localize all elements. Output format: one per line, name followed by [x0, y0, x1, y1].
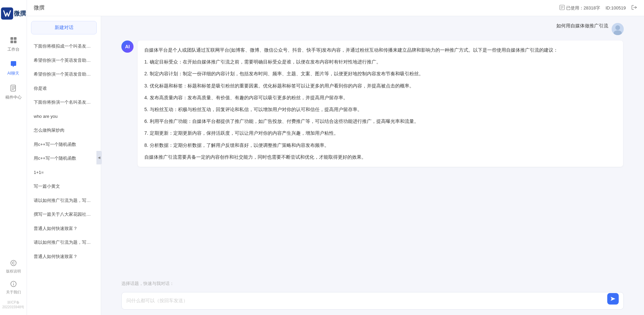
ai-paragraph-3: 3. 优化标题和标签：标题和标签是吸引粉丝的重要因素。优化标题和标签可以让更多的… [144, 82, 616, 90]
user-id: ID:100519 [606, 5, 626, 10]
history-item[interactable]: 请以如何推广引流为题，写一篇大纲 [29, 194, 99, 207]
svg-rect-2 [14, 37, 17, 40]
quick-topics-label: 选择话题，快速与我对话： [121, 281, 174, 286]
new-chat-button[interactable]: 新建对话 [31, 21, 97, 34]
ai-paragraph-0: 自媒体平台是个人或团队通过互联网平台(如博客、微博、微信公众号、抖音、快手等)发… [144, 46, 616, 54]
word-count-icon [559, 5, 565, 11]
logo-icon [1, 7, 13, 20]
nav-workbench[interactable]: 工作台 [2, 33, 25, 56]
about-icon [10, 281, 17, 289]
history-item[interactable]: 希望你扮演一个英语发音助手，我提供给你... [29, 68, 99, 81]
header: 微撰 已使用：28318字 ID:100519 [27, 0, 644, 16]
history-item[interactable]: 普通人如何快速致富？ [29, 222, 99, 235]
user-message: 如何用自媒体做推广引流 [121, 23, 624, 35]
ai-paragraph-5: 5. 与粉丝互动：积极与粉丝互动，回复评论和私信，可以增加用户对你的认可和信任，… [144, 105, 616, 114]
ai-paragraph-4: 4. 发布高质量内容：发布高质量、有价值、有趣的内容可以吸引更多的粉丝，并提高用… [144, 94, 616, 102]
word-count: 已使用：28318字 [559, 5, 600, 11]
sidebar-collapse-toggle[interactable]: ◀ [96, 151, 102, 164]
content-area: 新建对话 下面你将模拟成一个叫圣友的程序员，我说... 希望你扮演一个英语发音助… [27, 16, 644, 315]
history-item[interactable]: 1+1= [29, 166, 99, 179]
ai-message: AI 自媒体平台是个人或团队通过互联网平台(如博客、微博、微信公众号、抖音、快手… [121, 41, 624, 167]
left-navigation: 微撰 工作台 AI聊天 稿件中心 版权说明 关于我们 [0, 0, 27, 315]
ai-paragraph-9: 自媒体推广引流需要具备一定的内容创作和社交能力，同时也需要不断尝试和优化，才能取… [144, 153, 616, 161]
ai-paragraph-7: 7. 定期更新：定期更新内容，保持活跃度，可以让用户对你的内容产生兴趣，增加用户… [144, 129, 616, 137]
app-logo: 微撰 [1, 4, 26, 23]
history-item[interactable]: who are you [29, 110, 99, 123]
history-item[interactable]: 用c++写一个随机函数 [29, 138, 99, 151]
input-area: 问什么都可以（按回车发送） [101, 289, 644, 315]
history-item[interactable]: 希望你扮演一个英语发音助手，我提供给你... [29, 54, 99, 67]
ai-chat-label: AI聊天 [7, 71, 19, 76]
user-message-content: 如何用自媒体做推广引流 [556, 23, 608, 29]
ai-message-content: 自媒体平台是个人或团队通过互联网平台(如博客、微博、微信公众号、抖音、快手等)发… [138, 41, 623, 167]
workbench-label: 工作台 [7, 47, 20, 52]
svg-point-11 [13, 283, 14, 283]
nav-ai-chat[interactable]: AI聊天 [2, 57, 25, 80]
history-item[interactable]: 请以如何推广引流为题，写一篇大纲 [29, 236, 99, 249]
user-avatar [612, 23, 624, 35]
ai-avatar: AI [121, 41, 134, 53]
input-placeholder: 问什么都可以（按回车发送） [126, 298, 188, 304]
ai-paragraph-2: 2. 制定内容计划：制定一份详细的内容计划，包括发布时间、频率、主题、文案、图片… [144, 70, 616, 78]
icp-text: 浙ICP备2022015948号 [0, 299, 27, 311]
logout-icon[interactable] [631, 4, 637, 12]
history-item[interactable]: 下面你将模拟成一个叫圣友的程序员，我说... [29, 40, 99, 53]
drafts-icon [10, 84, 17, 94]
svg-rect-4 [14, 41, 17, 43]
send-button[interactable] [607, 293, 619, 305]
ai-paragraph-6: 6. 利用平台推广功能：自媒体平台都提供了推广功能，如广告投放、付费推广等，可以… [144, 117, 616, 126]
ai-chat-icon [10, 60, 17, 70]
quick-topics: 选择话题，快速与我对话： [101, 277, 644, 289]
logo-text: 微撰 [14, 9, 26, 18]
nav-about[interactable]: 关于我们 [3, 278, 24, 297]
svg-point-18 [615, 25, 620, 30]
main-area: 微撰 已使用：28318字 ID:100519 新建对话 下面你将模拟成一个叫圣… [27, 0, 644, 315]
ai-paragraph-1: 1. 确定目标受众：在开始自媒体推广引流之前，需要明确目标受众是谁，以便在发布内… [144, 58, 616, 66]
history-item[interactable]: 撰写一篇关于八大家花园社区一刻钟便民生... [29, 208, 99, 221]
workbench-icon [10, 36, 17, 46]
history-item[interactable]: 怎么做狗屎炒肉 [29, 124, 99, 137]
chat-input-container[interactable]: 问什么都可以（按回车发送） [121, 292, 624, 310]
history-item[interactable]: 你是谁 [29, 82, 99, 95]
ai-paragraph-8: 8. 分析数据：定期分析数据，了解用户反馈和喜好，以便调整推广策略和内容发布频率… [144, 141, 616, 150]
word-count-text: 已使用：28318字 [566, 5, 600, 11]
nav-copyright[interactable]: 版权说明 [3, 257, 24, 277]
history-item[interactable]: 用c++写一个随机函数 [29, 152, 99, 165]
history-item[interactable]: 下面你将扮演一个名叫圣友的医生 [29, 96, 99, 109]
chat-area: 如何用自媒体做推广引流 AI 自媒体平台是个人或团队通过互联网平台(如博客、微博… [101, 16, 644, 315]
nav-bottom: 版权说明 关于我们 浙ICP备2022015948号 [0, 257, 27, 311]
header-title: 微撰 [34, 4, 45, 11]
svg-point-19 [614, 30, 622, 35]
copyright-label: 版权说明 [6, 269, 21, 274]
svg-point-9 [11, 260, 16, 266]
chat-messages: 如何用自媒体做推广引流 AI 自媒体平台是个人或团队通过互联网平台(如博客、微博… [101, 16, 644, 277]
copyright-icon [10, 260, 17, 268]
header-right: 已使用：28318字 ID:100519 [559, 4, 637, 12]
history-item[interactable]: 写一篇小黄文 [29, 180, 99, 193]
svg-rect-1 [10, 37, 13, 40]
history-item[interactable]: 普通人如何快速致富？ [29, 250, 99, 263]
nav-drafts[interactable]: 稿件中心 [2, 81, 25, 104]
about-label: 关于我们 [6, 290, 21, 295]
history-sidebar: 新建对话 下面你将模拟成一个叫圣友的程序员，我说... 希望你扮演一个英语发音助… [27, 16, 101, 315]
svg-rect-3 [10, 41, 13, 43]
drafts-label: 稿件中心 [5, 95, 22, 100]
